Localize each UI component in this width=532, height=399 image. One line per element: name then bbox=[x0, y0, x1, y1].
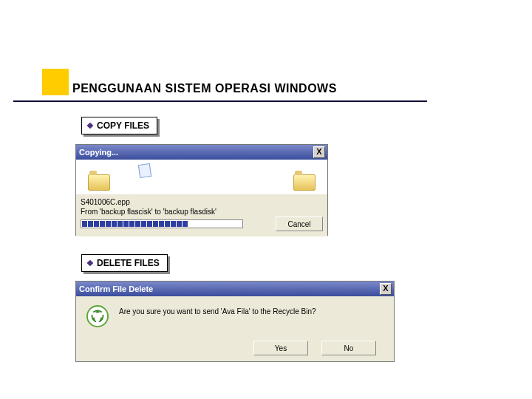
accent-square bbox=[42, 69, 69, 95]
no-button[interactable]: No bbox=[321, 341, 376, 355]
confirm-delete-dialog: Confirm File Delete X Are you sure you w… bbox=[75, 281, 395, 362]
section-delete-files: ❖DELETE FILES bbox=[81, 254, 168, 272]
svg-point-0 bbox=[87, 306, 108, 327]
section-delete-label: DELETE FILES bbox=[97, 258, 160, 268]
copying-dialog: Copying... X S401006C.epp From 'backup f… bbox=[75, 144, 328, 236]
progress-bar bbox=[81, 219, 243, 228]
copy-filename: S401006C.epp bbox=[81, 197, 323, 207]
yes-button[interactable]: Yes bbox=[253, 341, 308, 355]
delete-title: Confirm File Delete bbox=[79, 284, 153, 293]
copying-titlebar: Copying... X bbox=[76, 145, 327, 160]
folder-icon bbox=[293, 174, 316, 191]
recycle-bin-icon bbox=[86, 305, 109, 327]
folder-icon bbox=[88, 174, 110, 191]
copy-from-to: From 'backup flascisk' to 'backup flasdi… bbox=[81, 207, 323, 216]
cancel-button[interactable]: Cancel bbox=[276, 216, 323, 231]
diamond-bullet-icon: ❖ bbox=[86, 259, 94, 267]
delete-message: Are you sure you want to send 'Ava Fila'… bbox=[119, 305, 386, 317]
copy-animation bbox=[76, 160, 327, 194]
section-copy-files: ❖COPY FILES bbox=[81, 117, 157, 134]
copying-title: Copying... bbox=[79, 148, 118, 157]
section-copy-label: COPY FILES bbox=[97, 120, 149, 131]
close-icon[interactable]: X bbox=[313, 146, 325, 158]
slide-title: PENGGUNAAN SISTEM OPERASI WINDOWS bbox=[72, 82, 337, 95]
diamond-bullet-icon: ❖ bbox=[86, 121, 94, 130]
close-icon[interactable]: X bbox=[380, 283, 392, 295]
delete-titlebar: Confirm File Delete X bbox=[76, 282, 394, 296]
file-icon bbox=[138, 163, 151, 178]
divider-line bbox=[13, 100, 427, 102]
